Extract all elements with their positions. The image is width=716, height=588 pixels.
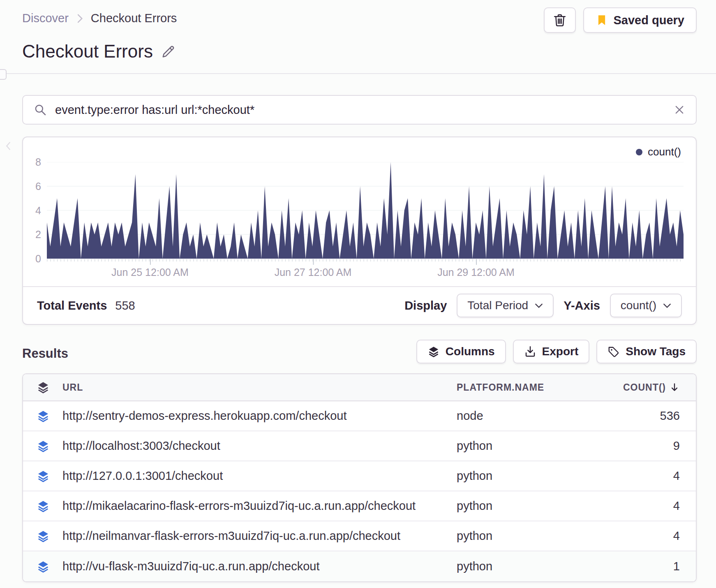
count-cell: 4 (573, 529, 694, 543)
y-axis-label: Y-Axis (564, 299, 600, 313)
bookmark-icon (596, 14, 608, 26)
column-header-count[interactable]: COUNT() (573, 382, 694, 393)
chart-y-axis: 02468 (23, 162, 41, 259)
chart-x-axis: Jun 25 12:00 AMJun 27 12:00 AMJun 29 12:… (47, 266, 684, 280)
y-axis-tick-label: 8 (23, 155, 41, 169)
y-axis-tick-label: 0 (23, 252, 41, 265)
platform-cell: python (457, 499, 573, 513)
url-cell[interactable]: http://127.0.0.1:3001/checkout (62, 469, 457, 483)
clear-search-icon[interactable] (674, 104, 685, 116)
url-cell[interactable]: http://neilmanvar-flask-errors-m3uuizd7i… (62, 529, 457, 543)
sort-descending-icon (669, 382, 680, 393)
display-dropdown-value: Total Period (467, 299, 528, 312)
header-icon-cell (23, 381, 62, 394)
tag-icon (607, 345, 620, 358)
row-icon-cell (23, 500, 62, 513)
table-body: http://sentry-demos-express.herokuapp.co… (23, 401, 696, 581)
table-row[interactable]: http://vu-flask-m3uuizd7iq-uc.a.run.app/… (23, 551, 696, 581)
chevron-down-icon (663, 303, 671, 308)
delete-query-button[interactable] (544, 7, 576, 33)
events-chart-panel: count() 02468 Jun 25 12:00 AMJun 27 12:0… (22, 137, 697, 325)
count-cell: 4 (573, 499, 694, 513)
url-cell[interactable]: http://localhost:3003/checkout (62, 439, 457, 453)
row-icon-cell (23, 560, 62, 573)
search-bar (22, 95, 697, 125)
column-header-url[interactable]: URL (62, 382, 457, 393)
display-dropdown[interactable]: Total Period (457, 294, 554, 317)
y-axis-dropdown-value: count() (621, 299, 656, 312)
table-row[interactable]: http://neilmanvar-flask-errors-m3uuizd7i… (23, 521, 696, 551)
total-events: Total Events 558 (37, 299, 135, 313)
platform-cell: python (457, 469, 573, 483)
row-icon-cell (23, 530, 62, 543)
stack-icon[interactable] (37, 500, 50, 513)
page-title: Checkout Errors (22, 41, 153, 62)
header-divider (0, 73, 716, 74)
stack-icon (427, 345, 440, 358)
row-icon-cell (23, 470, 62, 483)
stack-icon[interactable] (37, 440, 50, 453)
download-icon (524, 345, 536, 358)
count-cell: 1 (573, 560, 694, 573)
results-table: URL PLATFORM.NAME COUNT() http://sentry-… (22, 373, 697, 582)
platform-cell: python (457, 560, 573, 573)
stack-icon[interactable] (37, 410, 50, 423)
table-row[interactable]: http://127.0.0.1:3001/checkout python 4 (23, 461, 696, 491)
chart-controls: Display Total Period Y-Axis count() (404, 294, 682, 317)
columns-button[interactable]: Columns (416, 340, 506, 363)
show-tags-button-label: Show Tags (626, 345, 686, 358)
table-row[interactable]: http://mikaelacarino-flask-errors-m3uuiz… (23, 491, 696, 521)
breadcrumb: Discover Checkout Errors (22, 12, 177, 25)
url-cell[interactable]: http://vu-flask-m3uuizd7iq-uc.a.run.app/… (62, 560, 457, 573)
url-cell[interactable]: http://sentry-demos-express.herokuapp.co… (62, 409, 457, 423)
platform-cell: python (457, 439, 573, 453)
chart-x-ticks (47, 259, 684, 266)
export-button[interactable]: Export (513, 340, 590, 363)
results-actions: Columns Export Show Tags (416, 340, 697, 363)
columns-button-label: Columns (446, 345, 495, 358)
chart-legend[interactable]: count() (636, 146, 681, 158)
table-row[interactable]: http://localhost:3003/checkout python 9 (23, 431, 696, 461)
stack-icon[interactable] (37, 560, 50, 573)
y-axis-dropdown[interactable]: count() (610, 294, 682, 317)
chevron-down-icon (535, 303, 543, 308)
results-heading: Results (22, 346, 68, 361)
export-button-label: Export (542, 345, 579, 358)
column-header-platform[interactable]: PLATFORM.NAME (457, 382, 573, 393)
edit-pencil-icon[interactable] (161, 44, 176, 59)
chevron-right-icon (75, 13, 84, 24)
row-icon-cell (23, 440, 62, 453)
legend-label: count() (648, 146, 681, 158)
x-axis-tick-label: Jun 29 12:00 AM (437, 266, 515, 278)
y-axis-tick-label: 6 (23, 180, 41, 193)
table-row[interactable]: http://sentry-demos-express.herokuapp.co… (23, 401, 696, 431)
x-axis-tick-label: Jun 27 12:00 AM (275, 266, 352, 278)
chart-footer: Total Events 558 Display Total Period Y-… (23, 286, 696, 324)
stack-icon[interactable] (37, 381, 50, 394)
search-input[interactable] (55, 103, 665, 117)
sidebar-handle[interactable] (0, 69, 7, 80)
saved-query-button[interactable]: Saved query (583, 7, 697, 33)
row-icon-cell (23, 410, 62, 423)
platform-cell: python (457, 529, 573, 543)
total-events-label: Total Events (37, 299, 107, 313)
collapse-chevron-icon[interactable] (5, 141, 12, 150)
stack-icon[interactable] (37, 470, 50, 483)
breadcrumb-discover-link[interactable]: Discover (22, 12, 69, 25)
count-cell: 4 (573, 469, 694, 483)
legend-dot-icon (636, 149, 642, 155)
header-actions: Saved query (544, 7, 697, 33)
saved-query-label: Saved query (614, 14, 684, 27)
count-cell: 9 (573, 439, 694, 453)
search-icon (34, 103, 47, 116)
x-axis-tick-label: Jun 25 12:00 AM (111, 266, 189, 278)
stack-icon[interactable] (37, 530, 50, 543)
url-cell[interactable]: http://mikaelacarino-flask-errors-m3uuiz… (62, 499, 457, 513)
total-events-value: 558 (115, 299, 135, 313)
page-title-row: Checkout Errors (22, 41, 176, 62)
display-label: Display (404, 299, 447, 313)
show-tags-button[interactable]: Show Tags (596, 340, 697, 363)
area-chart[interactable] (47, 162, 684, 259)
count-cell: 536 (573, 409, 694, 423)
table-header-row: URL PLATFORM.NAME COUNT() (23, 374, 696, 401)
